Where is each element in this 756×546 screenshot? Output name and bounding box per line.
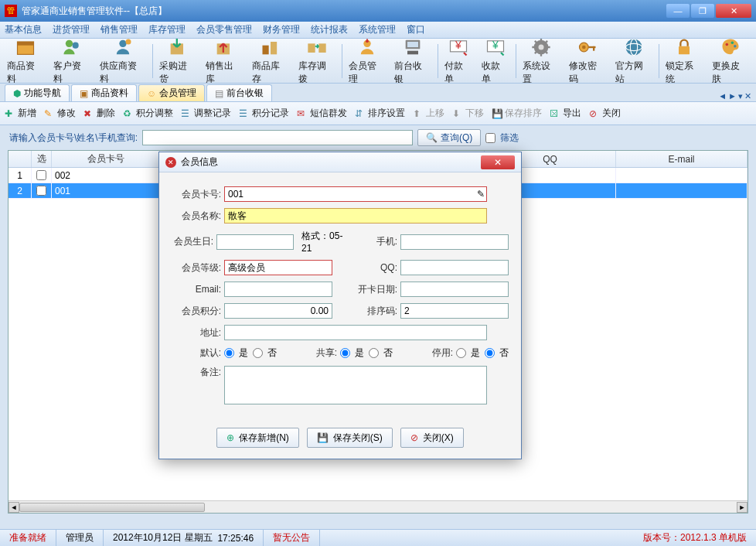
- sub-toolbar: ✚新增 ✎修改 ✖删除 ♻积分调整 ☰调整记录 ☰积分记录 ✉短信群发 ⇵排序设…: [0, 102, 756, 125]
- tool-payment[interactable]: ¥付款单: [440, 39, 477, 84]
- input-opendate[interactable]: [400, 282, 509, 297]
- btn-sort-setting[interactable]: ⇵排序设置: [355, 107, 405, 120]
- radio-disable-no[interactable]: [485, 348, 495, 358]
- btn-move-down[interactable]: ⬇下移: [452, 107, 484, 120]
- th-index[interactable]: [9, 151, 32, 167]
- horizontal-scrollbar[interactable]: ◄ ►: [9, 500, 747, 513]
- toolbar-separator: [342, 44, 342, 78]
- menu-system[interactable]: 系统管理: [359, 23, 396, 36]
- svg-rect-29: [679, 46, 690, 54]
- radio-share-yes[interactable]: [340, 348, 350, 358]
- radio-disable-yes[interactable]: [456, 348, 466, 358]
- titlebar: 管 管家通商业销售管理软件--【总店】 — ❐ ✕: [0, 0, 756, 22]
- input-addr[interactable]: [224, 325, 487, 340]
- input-level[interactable]: [224, 260, 332, 275]
- scroll-left-icon[interactable]: ◄: [9, 502, 19, 513]
- tool-receipt[interactable]: ¥收款单: [477, 39, 514, 84]
- th-card[interactable]: 会员卡号: [52, 151, 160, 167]
- btn-save-new[interactable]: ⊕保存新增(N): [216, 428, 299, 448]
- input-points[interactable]: [224, 303, 332, 319]
- menu-finance[interactable]: 财务管理: [263, 23, 300, 36]
- tool-password[interactable]: 修改密码: [564, 39, 611, 84]
- edit-card-icon[interactable]: ✎: [475, 188, 487, 200]
- tab-pos[interactable]: ▤前台收银: [206, 84, 272, 101]
- save-icon: 💾: [317, 432, 329, 443]
- btn-points-adjust[interactable]: ♻积分调整: [123, 107, 173, 120]
- tab-next-icon[interactable]: ►: [728, 91, 737, 101]
- btn-move-up[interactable]: ⬆上移: [413, 107, 444, 120]
- label-remark: 备注:: [172, 366, 221, 379]
- btn-save-sort[interactable]: 💾保存排序: [492, 107, 542, 120]
- btn-save-close[interactable]: 💾保存关闭(S): [307, 428, 393, 448]
- tool-lock[interactable]: 锁定系统: [661, 39, 707, 84]
- tab-prev-icon[interactable]: ◄: [718, 91, 727, 101]
- close-button[interactable]: ✕: [716, 4, 751, 18]
- menu-purchase[interactable]: 进货管理: [53, 23, 90, 36]
- menu-basic[interactable]: 基本信息: [5, 23, 42, 36]
- maximize-button[interactable]: ❐: [691, 4, 714, 18]
- radio-share-no[interactable]: [369, 348, 379, 358]
- radio-default-yes[interactable]: [224, 348, 234, 358]
- minimize-button[interactable]: —: [666, 4, 690, 18]
- btn-close-tab[interactable]: ⊘关闭: [589, 107, 621, 120]
- toolbar-separator: [516, 44, 516, 78]
- btn-export[interactable]: ⮽导出: [550, 107, 581, 120]
- input-remark[interactable]: [224, 366, 487, 404]
- tab-product[interactable]: ▣商品资料: [71, 84, 137, 101]
- dialog-close-button[interactable]: ✕: [481, 155, 515, 169]
- label-points: 会员积分:: [172, 305, 221, 318]
- tool-product[interactable]: 商品资料: [2, 39, 49, 84]
- btn-add[interactable]: ✚新增: [5, 107, 36, 120]
- menu-window[interactable]: 窗口: [407, 23, 425, 36]
- menu-stock[interactable]: 库存管理: [148, 23, 186, 36]
- tool-settings[interactable]: 系统设置: [518, 39, 564, 84]
- menu-member-retail[interactable]: 会员零售管理: [196, 23, 252, 36]
- btn-delete[interactable]: ✖删除: [83, 107, 115, 120]
- dialog-body: 会员卡号: ✎ 会员名称: 会员生日: 格式：05-21 手机: 会员等级: Q…: [159, 172, 521, 420]
- svg-rect-25: [593, 46, 594, 50]
- tool-stock[interactable]: 商品库存: [247, 39, 294, 84]
- tool-customer-label: 客户资料: [53, 60, 90, 84]
- tool-website[interactable]: 官方网站: [611, 39, 657, 84]
- tab-list-icon[interactable]: ▾: [738, 91, 743, 101]
- input-sort[interactable]: [400, 303, 509, 319]
- tab-member[interactable]: ☺会员管理: [138, 84, 205, 101]
- btn-dialog-close[interactable]: ⊘关闭(X): [400, 428, 464, 448]
- menu-sales[interactable]: 销售管理: [100, 23, 138, 36]
- search-input[interactable]: [142, 130, 413, 145]
- input-qq[interactable]: [400, 260, 509, 275]
- th-select[interactable]: 选: [32, 151, 52, 167]
- row-checkbox[interactable]: [36, 170, 46, 180]
- tab-pos-label: 前台收银: [226, 87, 264, 100]
- filter-checkbox[interactable]: [485, 133, 495, 143]
- tool-pos[interactable]: 前台收银: [390, 39, 436, 84]
- tool-customer[interactable]: 客户资料: [49, 39, 95, 84]
- btn-edit[interactable]: ✎修改: [44, 107, 76, 120]
- tool-member[interactable]: 会员管理: [344, 39, 390, 84]
- search-button[interactable]: 🔍查询(Q): [417, 129, 481, 146]
- input-name[interactable]: [224, 208, 487, 224]
- radio-default-no[interactable]: [253, 348, 263, 358]
- input-card[interactable]: [224, 186, 487, 202]
- dialog-titlebar[interactable]: ✕ 会员信息 ✕: [159, 152, 521, 172]
- btn-points-log[interactable]: ☰积分记录: [239, 107, 289, 120]
- input-email[interactable]: [224, 282, 332, 297]
- row-checkbox[interactable]: [36, 186, 46, 196]
- cell-select: [32, 168, 52, 183]
- tool-transfer[interactable]: 库存调拨: [294, 39, 340, 84]
- th-email[interactable]: E-mail: [616, 151, 747, 167]
- btn-adjust-log[interactable]: ☰调整记录: [181, 107, 231, 120]
- btn-sms[interactable]: ✉短信群发: [297, 107, 347, 120]
- tool-purchase-in[interactable]: 采购进货: [155, 39, 201, 84]
- cell-card: 001: [52, 183, 160, 198]
- scroll-right-icon[interactable]: ►: [737, 502, 747, 513]
- scroll-thumb[interactable]: [19, 503, 205, 512]
- tool-supplier[interactable]: 供应商资料: [95, 39, 151, 84]
- input-birthday[interactable]: [216, 234, 294, 250]
- menu-report[interactable]: 统计报表: [311, 23, 348, 36]
- input-phone[interactable]: [400, 234, 509, 250]
- tab-close-icon[interactable]: ✕: [744, 91, 751, 101]
- tab-nav[interactable]: ⬢功能导航: [5, 84, 70, 101]
- tool-skin[interactable]: 更换皮肤: [707, 39, 754, 84]
- tool-sales-out[interactable]: 销售出库: [201, 39, 247, 84]
